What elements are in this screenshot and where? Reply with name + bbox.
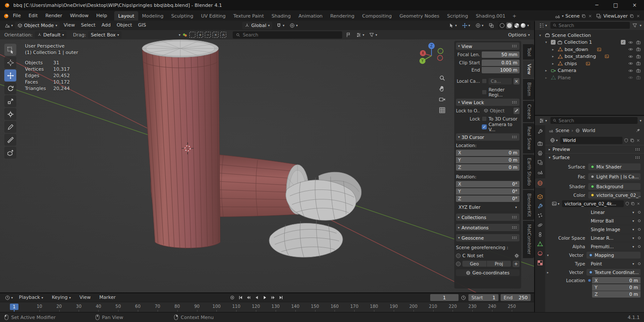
snap-toggle[interactable]: ▾ (275, 22, 286, 29)
animate-dot-icon[interactable] (638, 262, 641, 265)
clip-start-field[interactable]: 0.01 m (482, 60, 519, 66)
overlays-dropdown[interactable]: ▾ (474, 22, 485, 29)
geo-button[interactable]: Geo (462, 261, 487, 267)
tab-object-icon[interactable] (537, 194, 543, 200)
outliner-row-scene-collection[interactable]: ▾ Scene Collection (535, 32, 644, 39)
outliner-search-input[interactable] (559, 23, 628, 28)
options-dropdown[interactable]: Options▾ (508, 32, 530, 38)
interpolation-dropdown[interactable]: Linear▾ (588, 209, 637, 216)
hide-eye-icon[interactable] (628, 54, 633, 59)
gizmo-neg-y-axis[interactable] (438, 48, 443, 54)
outliner-search-field[interactable] (550, 22, 630, 29)
select-mode-intersect-icon[interactable]: ∩ (220, 32, 226, 38)
sidebar-tab[interactable]: Real Snow (523, 123, 534, 153)
unlink-world-icon[interactable] (636, 138, 641, 143)
mapping-location-x-field[interactable]: X0 m (592, 277, 641, 283)
image-duplicate-icon[interactable] (631, 202, 635, 206)
cursor-rotation-x-field[interactable]: X0° (456, 181, 519, 187)
orientation-dropdown[interactable]: Default▾ (35, 31, 67, 39)
type-dropdown[interactable]: Point▾ (588, 260, 637, 267)
vector-input-button[interactable]: Mapping (586, 252, 641, 259)
sidebar-tab[interactable]: BlenderKit (523, 190, 534, 220)
panel-header-annotations[interactable]: ▸Annotations (456, 224, 519, 231)
render-region-checkbox[interactable] (482, 90, 487, 95)
tab-render-icon[interactable] (537, 141, 543, 147)
active-tool-icon[interactable] (182, 32, 188, 38)
editor-type-button[interactable]: ▾ (3, 22, 14, 29)
drag-dots-icon[interactable] (512, 236, 517, 239)
workspace-tab[interactable]: Texture Paint (230, 11, 268, 21)
panel-header-view-lock[interactable]: ▾View Lock (456, 99, 519, 106)
scene-selector[interactable]: ▾ Scene (555, 13, 593, 19)
prev-keyframe-icon[interactable] (246, 295, 251, 300)
disable-render-icon[interactable] (636, 75, 641, 80)
drag-dots-icon[interactable] (635, 148, 641, 151)
hide-eye-icon[interactable] (628, 47, 633, 52)
fake-user-shield-icon[interactable] (624, 138, 629, 143)
menu-item[interactable]: File (9, 10, 24, 21)
workspace-tab[interactable]: Animation (295, 11, 326, 21)
properties-search-input[interactable] (559, 118, 635, 123)
tool-move[interactable] (4, 69, 16, 81)
auto-keying-icon[interactable] (230, 295, 235, 300)
drag-dots-icon[interactable] (512, 101, 517, 104)
browse-image-button[interactable]: ▾ (550, 201, 561, 207)
fac-input-button[interactable]: Light Path | Is Ca... (588, 173, 641, 180)
local-camera-checkbox[interactable] (482, 78, 487, 84)
animate-dot-icon[interactable] (638, 211, 641, 214)
color-input-button[interactable]: victoria_curve_02_... (588, 192, 641, 199)
funnel-filter-dropdown[interactable]: ▾ (368, 32, 378, 38)
vector2-input-button[interactable]: Texture Coordinat... (586, 269, 641, 276)
tool-collapse-chevron[interactable]: ▾ (179, 33, 180, 37)
hide-eye-icon[interactable] (628, 68, 633, 73)
workspace-tab[interactable]: Sculpting (167, 11, 197, 21)
shading-rendered-button[interactable] (521, 23, 526, 28)
browse-world-button[interactable]: ▾ (549, 137, 559, 143)
lock-object-field[interactable]: Object (482, 108, 512, 114)
viewport-menu-item[interactable]: GIS (135, 20, 149, 31)
add-crs-button[interactable]: + (513, 261, 519, 267)
new-scene-icon[interactable] (581, 14, 586, 18)
mapping-location-z-field[interactable]: Z0 m (592, 291, 641, 298)
tab-constraints-icon[interactable] (537, 232, 543, 238)
panel-header-3d-cursor[interactable]: ▾3D Cursor (456, 133, 519, 141)
new-viewlayer-icon[interactable] (629, 14, 634, 18)
add-workspace-button[interactable]: + (509, 11, 519, 21)
properties-options-chevron[interactable]: ▾ (640, 119, 641, 123)
shading-material-button[interactable] (514, 23, 519, 28)
tool-add-cube[interactable] (4, 147, 16, 159)
outliner-editor-type-button[interactable]: ▾ (538, 22, 548, 29)
outliner-options-chevron[interactable]: ▾ (640, 24, 641, 27)
cursor-rotation-z-field[interactable]: Z0° (456, 196, 519, 202)
tool-search-field[interactable] (233, 31, 342, 39)
object-box-standing[interactable] (142, 40, 220, 250)
play-icon[interactable] (262, 295, 267, 300)
scene-name[interactable]: Scene (565, 13, 580, 19)
outliner-row-box-down[interactable]: ▸ box_down (535, 46, 644, 53)
focal-length-field[interactable]: 50 mm (482, 51, 519, 58)
shading-wireframe-button[interactable] (500, 23, 504, 28)
viewport-menu-item[interactable]: View (61, 20, 78, 31)
select-mode-invert-icon[interactable]: × (213, 32, 219, 38)
disable-render-icon[interactable] (636, 61, 641, 66)
cursor-rotation-y-field[interactable]: Y0° (456, 188, 519, 195)
drag-dots-icon[interactable] (512, 226, 517, 229)
rotation-mode-dropdown[interactable]: XYZ Euler▾ (456, 204, 519, 211)
hide-eye-icon[interactable] (628, 61, 633, 66)
viewlayer-icon[interactable] (596, 13, 601, 19)
animate-dot-icon[interactable] (638, 237, 641, 239)
image-name-field[interactable]: victoria_curve_02_4k... (562, 200, 624, 207)
tab-scene-icon[interactable] (537, 169, 543, 175)
next-keyframe-icon[interactable] (270, 295, 276, 300)
sidebar-tab[interactable]: Earth Studio (523, 154, 534, 189)
tool-transform[interactable] (4, 108, 16, 120)
cursor-location-x-field[interactable]: X0 m (456, 150, 519, 156)
viewlayer-selector[interactable]: ViewLayer (596, 13, 641, 19)
crs-radio[interactable] (456, 253, 461, 258)
alpha-dropdown[interactable]: Premulti...▾ (588, 243, 637, 250)
tab-particles-icon[interactable] (537, 213, 543, 219)
remove-viewlayer-icon[interactable] (636, 14, 641, 18)
hide-eye-icon[interactable] (628, 75, 633, 80)
surface-shader-button[interactable]: Mix Shader (588, 163, 641, 170)
proj-button[interactable]: Proj (487, 261, 511, 267)
